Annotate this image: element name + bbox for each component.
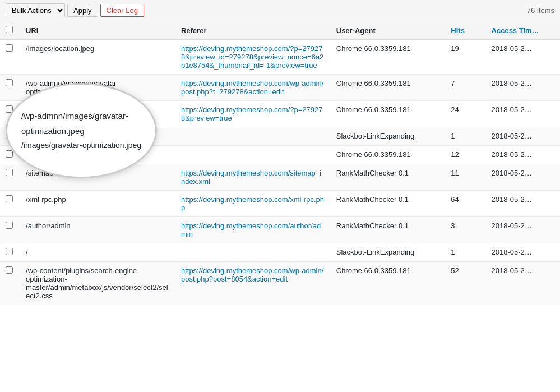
row-access-time: 2018-05-2… <box>486 101 560 127</box>
referer-link[interactable]: https://deving.mythemeshop.com/sitemap_i… <box>181 169 321 186</box>
table-row: /author/adminhttps://deving.mythemeshop.… <box>0 217 560 243</box>
row-useragent: RankMathChecker 0.1 <box>331 191 446 217</box>
referer-link[interactable]: https://deving.mythemeshop.com/?p=279278… <box>181 105 323 122</box>
row-checkbox-cell <box>0 101 20 127</box>
row-uri: /images/gravatar-optimization.jpeg <box>20 101 175 127</box>
table-row: /Slackbot-LinkExpanding12018-05-2… <box>0 127 560 146</box>
row-access-time: 2018-05-2… <box>486 262 560 305</box>
toolbar-left: Bulk Actions Apply Clear Log <box>6 3 144 17</box>
row-hits: 3 <box>445 217 485 243</box>
row-access-time: 2018-05-2… <box>486 40 560 75</box>
referer-link[interactable]: https://deving.mythemeshop.com/wp-admin/… <box>181 79 323 96</box>
row-hits: 1 <box>445 127 485 146</box>
row-checkbox[interactable] <box>6 169 13 176</box>
row-access-time: 2018-05-2… <box>486 191 560 217</box>
row-uri: / <box>20 243 175 262</box>
select-all-checkbox[interactable] <box>6 26 13 33</box>
row-access-time: 2018-05-2… <box>486 164 560 191</box>
table-row: /sitemap_index.xmlhttps://deving.mytheme… <box>0 164 560 191</box>
row-hits: 7 <box>445 75 485 101</box>
row-referer <box>175 146 331 164</box>
row-useragent: Slackbot-LinkExpanding <box>331 127 446 146</box>
row-hits: 24 <box>445 101 485 127</box>
row-checkbox-cell <box>0 243 20 262</box>
log-table: URI Referer User-Agent Hits Access Tim… … <box>0 21 560 305</box>
row-uri: /wp-content/plugins/search-engine-optimi… <box>20 262 175 305</box>
row-checkbox[interactable] <box>6 195 13 202</box>
row-useragent: Chrome 66.0.3359.181 <box>331 101 446 127</box>
row-useragent: Chrome 66.0.3359.181 <box>331 75 446 101</box>
row-uri: /images/location.jpeg <box>20 40 175 75</box>
row-referer: https://deving.mythemeshop.com/sitemap_i… <box>175 164 331 191</box>
row-hits: 1 <box>445 243 485 262</box>
row-referer <box>175 243 331 262</box>
row-checkbox-cell <box>0 40 20 75</box>
row-uri: /seo-checkup <box>20 146 175 164</box>
item-count: 76 items <box>527 6 554 15</box>
header-ua: User-Agent <box>331 21 446 40</box>
row-referer <box>175 127 331 146</box>
row-hits: 19 <box>445 40 485 75</box>
row-referer: https://deving.mythemeshop.com/author/ad… <box>175 217 331 243</box>
row-checkbox[interactable] <box>6 79 13 86</box>
row-checkbox-cell <box>0 262 20 305</box>
row-access-time: 2018-05-2… <box>486 146 560 164</box>
row-hits: 52 <box>445 262 485 305</box>
row-uri: /xml-rpc.php <box>20 191 175 217</box>
table-row: /images/location.jpeghttps://deving.myth… <box>0 40 560 75</box>
referer-link[interactable]: https://deving.mythemeshop.com/wp-admin/… <box>181 266 323 283</box>
row-checkbox[interactable] <box>6 132 13 139</box>
row-hits: 64 <box>445 191 485 217</box>
row-checkbox[interactable] <box>6 248 13 255</box>
table-row: /images/gravatar-optimization.jpeghttps:… <box>0 101 560 127</box>
table-body: /images/location.jpeghttps://deving.myth… <box>0 40 560 305</box>
bulk-actions-select[interactable]: Bulk Actions <box>6 3 65 17</box>
row-checkbox-cell <box>0 191 20 217</box>
row-checkbox[interactable] <box>6 266 13 274</box>
table-header-row: URI Referer User-Agent Hits Access Tim… <box>0 21 560 40</box>
table-row: /wp-admnn/images/gravatar-optimization.j… <box>0 75 560 101</box>
clear-log-button[interactable]: Clear Log <box>100 4 144 17</box>
row-checkbox-cell <box>0 75 20 101</box>
row-checkbox-cell <box>0 127 20 146</box>
row-access-time: 2018-05-2… <box>486 75 560 101</box>
table-row: /wp-content/plugins/search-engine-optimi… <box>0 262 560 305</box>
row-referer: https://deving.mythemeshop.com/wp-admin/… <box>175 262 331 305</box>
header-check <box>0 21 20 40</box>
row-referer: https://deving.mythemeshop.com/wp-admin/… <box>175 75 331 101</box>
row-useragent: Chrome 66.0.3359.181 <box>331 262 446 305</box>
row-uri: / <box>20 127 175 146</box>
row-checkbox-cell <box>0 217 20 243</box>
row-uri: /sitemap_index.xml <box>20 164 175 191</box>
row-checkbox[interactable] <box>6 222 13 229</box>
row-uri: /author/admin <box>20 217 175 243</box>
row-referer: https://deving.mythemeshop.com/xml-rpc.p… <box>175 191 331 217</box>
row-useragent: Slackbot-LinkExpanding <box>331 243 446 262</box>
row-uri: /wp-admnn/images/gravatar-optimization.j… <box>20 75 175 101</box>
row-referer: https://deving.mythemeshop.com/?p=279278… <box>175 40 331 75</box>
apply-button[interactable]: Apply <box>67 4 98 17</box>
row-checkbox[interactable] <box>6 105 13 113</box>
toolbar: Bulk Actions Apply Clear Log 76 items <box>0 0 560 21</box>
table-row: /Slackbot-LinkExpanding12018-05-2… <box>0 243 560 262</box>
referer-link[interactable]: https://deving.mythemeshop.com/xml-rpc.p… <box>181 195 324 212</box>
header-time[interactable]: Access Tim… <box>486 21 560 40</box>
header-hits[interactable]: Hits <box>445 21 485 40</box>
row-useragent: RankMathChecker 0.1 <box>331 164 446 191</box>
row-checkbox-cell <box>0 146 20 164</box>
row-useragent: Chrome 66.0.3359.181 <box>331 146 446 164</box>
row-referer: https://deving.mythemeshop.com/?p=279278… <box>175 101 331 127</box>
table-row: /xml-rpc.phphttps://deving.mythemeshop.c… <box>0 191 560 217</box>
table-row: /seo-checkupChrome 66.0.3359.181122018-0… <box>0 146 560 164</box>
row-checkbox[interactable] <box>6 44 13 52</box>
row-checkbox[interactable] <box>6 150 13 158</box>
header-referer: Referer <box>175 21 331 40</box>
row-checkbox-cell <box>0 164 20 191</box>
row-access-time: 2018-05-2… <box>486 217 560 243</box>
referer-link[interactable]: https://deving.mythemeshop.com/author/ad… <box>181 222 321 238</box>
referer-link[interactable]: https://deving.mythemeshop.com/?p=279278… <box>181 44 323 70</box>
row-useragent: RankMathChecker 0.1 <box>331 217 446 243</box>
row-hits: 11 <box>445 164 485 191</box>
row-useragent: Chrome 66.0.3359.181 <box>331 40 446 75</box>
row-hits: 12 <box>445 146 485 164</box>
